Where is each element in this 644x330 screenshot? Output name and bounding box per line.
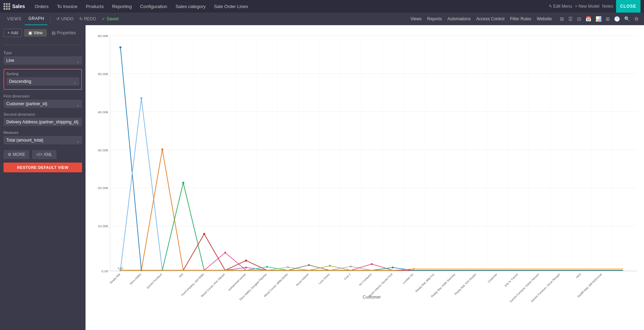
svg-text:Ready Mat: Ready Mat: [109, 273, 121, 285]
sr-website[interactable]: Website: [535, 16, 554, 21]
nav-to-invoice[interactable]: To Invoice: [53, 0, 82, 13]
redo-button[interactable]: ↻ REDO: [76, 16, 99, 21]
first-dim-select-wrapper: Customer (partner_id): [3, 100, 82, 109]
nav-sales-category[interactable]: Sales category: [171, 0, 210, 13]
nav-products[interactable]: Products: [82, 0, 108, 13]
svg-text:Deco Addict: Deco Addict: [129, 273, 142, 286]
view-grid-icon[interactable]: ⊟: [575, 15, 583, 22]
sorting-select-wrapper: Descending: [6, 77, 79, 87]
nav-sale-order-lines[interactable]: Sale Order Lines: [210, 0, 252, 13]
saved-status: ✓ Saved: [102, 16, 118, 21]
svg-text:Cust 1: Cust 1: [343, 273, 351, 281]
restore-default-button[interactable]: RESTORE DEFAULT VIEW: [3, 163, 82, 172]
svg-text:YourCompany, Joel Willis: YourCompany, Joel Willis: [180, 273, 205, 297]
svg-text:Ready Mat, Edith Sanchez: Ready Mat, Edith Sanchez: [430, 273, 456, 298]
svg-point-50: [287, 266, 289, 268]
svg-text:Ready Mat, Billy Fox: Ready Mat, Billy Fox: [415, 273, 435, 293]
app-title: Sales: [3, 3, 25, 10]
edit-menu-button[interactable]: ✎ Edit Menu: [549, 4, 572, 9]
measure-select-wrapper: Total (amount_total): [3, 136, 82, 146]
nav-orders[interactable]: Orders: [31, 0, 53, 13]
svg-text:test: test: [178, 273, 184, 278]
svg-text:20.00k: 20.00k: [98, 186, 108, 190]
secondary-left: VIEWS GRAPH ↺ UNDO ↻ REDO ✓ Saved: [3, 13, 118, 25]
view-clock-icon[interactable]: 🕐: [612, 15, 622, 22]
properties-button[interactable]: ▤ Properties: [49, 29, 79, 37]
svg-point-55: [392, 267, 394, 268]
more-button[interactable]: ⚙ MORE: [3, 150, 29, 159]
svg-point-48: [245, 267, 247, 268]
sorting-select[interactable]: Descending: [6, 77, 79, 86]
sr-automations[interactable]: Automations: [445, 16, 473, 21]
svg-point-46: [245, 259, 247, 261]
svg-point-56: [413, 268, 415, 270]
view-list-icon[interactable]: ☰: [567, 15, 575, 22]
svg-text:Azure Interior: Azure Interior: [295, 273, 310, 287]
sr-access-control[interactable]: Access Control: [474, 16, 506, 21]
view-icon: ▣: [28, 30, 32, 35]
svg-text:40.00k: 40.00k: [98, 110, 108, 114]
view-search-icon[interactable]: 🔍: [622, 15, 632, 22]
view-settings-icon[interactable]: ⚙: [632, 15, 641, 22]
svg-point-52: [329, 265, 331, 267]
svg-point-51: [308, 264, 310, 266]
svg-text:30.00k: 30.00k: [98, 148, 108, 152]
measure-label: Measure: [3, 130, 82, 135]
new-model-button[interactable]: + New Model: [575, 4, 599, 9]
sr-filter-rules[interactable]: Filter Rules: [508, 16, 533, 21]
svg-point-47: [224, 252, 226, 253]
svg-text:Erik N. French: Erik N. French: [504, 273, 519, 287]
svg-point-41: [140, 97, 142, 99]
nav-configuration[interactable]: Configuration: [136, 0, 171, 13]
tab-views[interactable]: VIEWS: [3, 13, 25, 25]
type-select[interactable]: Line: [3, 56, 82, 65]
notes-button[interactable]: Notes: [602, 4, 613, 9]
secondary-toolbar: VIEWS GRAPH ↺ UNDO ↻ REDO ✓ Saved Views …: [0, 13, 644, 25]
chart-area: 60.00k 50.00k 40.00k 30.00k 20.00k 10.00…: [86, 25, 644, 330]
svg-text:0.00: 0.00: [102, 269, 109, 273]
type-select-wrapper: Line: [3, 56, 82, 66]
more-xml-row: ⚙ MORE </> XML: [3, 150, 82, 159]
first-dim-label: First dimension: [3, 94, 82, 98]
tab-graph[interactable]: GRAPH: [25, 13, 47, 25]
nav-menu: Orders To Invoice Products Reporting Con…: [31, 0, 549, 13]
line-chart: 60.00k 50.00k 40.00k 30.00k 20.00k 10.00…: [89, 29, 641, 313]
first-dim-select[interactable]: Customer (partner_id): [3, 100, 82, 108]
svg-text:Gemini Furniture: Gemini Furniture: [146, 273, 163, 289]
sr-reports[interactable]: Reports: [425, 16, 444, 21]
properties-icon: ▤: [52, 30, 55, 35]
nav-reporting[interactable]: Reporting: [108, 0, 136, 13]
secondary-right: Views Reports Automations Access Control…: [408, 15, 641, 22]
svg-text:Customer: Customer: [487, 273, 498, 284]
measure-select[interactable]: Total (amount_total): [3, 136, 82, 144]
nav-right-actions: ✎ Edit Menu + New Model Notes CLOSE: [549, 0, 641, 13]
svg-text:0.00: 0.00: [118, 267, 123, 270]
second-dim-label: Second dimension: [3, 112, 82, 116]
sorting-section: Sorting Descending: [3, 69, 82, 90]
second-dim-select[interactable]: Delivery Address (partner_shipping_id): [3, 118, 82, 126]
svg-text:Azure Interior, Nicole Ford: Azure Interior, Nicole Ford: [368, 273, 393, 297]
svg-text:Redliff Mail, Will McEncroe: Redliff Mail, Will McEncroe: [577, 273, 603, 298]
svg-point-39: [119, 46, 121, 49]
main-layout: + Add ▣ View ▤ Properties Type Line Sort…: [0, 25, 644, 330]
view-button[interactable]: ▣ View: [24, 29, 47, 37]
sorting-label: Sorting: [6, 72, 79, 76]
undo-button[interactable]: ↺ UNDO: [53, 16, 76, 21]
add-button[interactable]: + Add: [3, 29, 22, 37]
view-table-icon[interactable]: ⊞: [604, 15, 612, 22]
close-button[interactable]: CLOSE: [616, 0, 641, 13]
xml-button[interactable]: </> XML: [32, 150, 56, 159]
svg-text:Loris Draou: Loris Draou: [318, 273, 331, 285]
svg-text:Wood Corner, Ron Gibson: Wood Corner, Ron Gibson: [200, 273, 226, 298]
sr-views[interactable]: Views: [408, 16, 424, 21]
view-calendar-icon[interactable]: 📅: [584, 15, 593, 22]
svg-point-54: [371, 263, 373, 265]
svg-point-45: [203, 233, 205, 235]
view-chart-icon[interactable]: 📊: [594, 15, 603, 22]
svg-text:50.00k: 50.00k: [98, 72, 108, 76]
svg-text:HKS: HKS: [575, 273, 582, 279]
action-bar: + Add ▣ View ▤ Properties: [3, 29, 82, 37]
view-kanban-icon[interactable]: ⊞: [558, 15, 566, 22]
view-toggle-icons: ⊞ ☰ ⊟ 📅 📊 ⊞ 🕐 🔍 ⚙: [558, 15, 641, 22]
top-navigation: Sales Orders To Invoice Products Reporti…: [0, 0, 644, 13]
